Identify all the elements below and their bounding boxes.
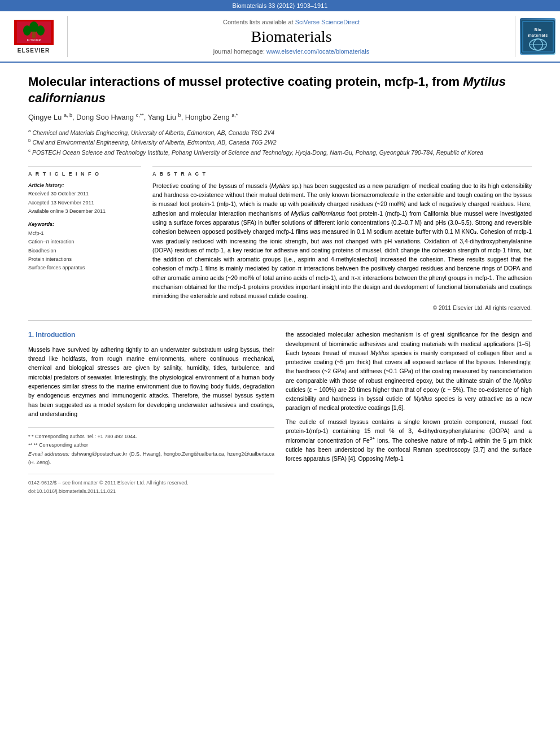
footnotes: * * Corresponding author. Tel.: +1 780 4… xyxy=(28,427,274,467)
elsevier-text: ELSEVIER xyxy=(18,47,50,54)
journal-title: Biomaterials xyxy=(251,28,331,46)
keywords-section: Keywords: Mcfp-1 Cation–π interaction Bi… xyxy=(28,221,141,272)
abstract-text: Protective coating of the byssus of muss… xyxy=(152,181,532,300)
journal-citation: Biomaterials 33 (2012) 1903–1911 xyxy=(233,2,328,9)
copyright: © 2011 Elsevier Ltd. All rights reserved… xyxy=(152,305,532,311)
svg-rect-4 xyxy=(32,32,36,38)
elsevier-logo: ELSEVIER ELSEVIER xyxy=(0,16,68,57)
body-left-column: 1. Introduction Mussels have survived by… xyxy=(28,330,274,495)
corresponding-author-2: ** ** Corresponding author xyxy=(28,441,274,449)
body-columns: 1. Introduction Mussels have survived by… xyxy=(28,330,532,495)
body-right-column: the associated molecular adhesion mechan… xyxy=(286,330,532,495)
accepted-date: Accepted 13 November 2011 xyxy=(28,199,141,207)
keyword-4: Protein interactions xyxy=(28,255,141,264)
keywords-list: Mcfp-1 Cation–π interaction Bioadhesion … xyxy=(28,229,141,272)
introduction-paragraph1: Mussels have survived by adhering tightl… xyxy=(28,345,274,418)
svg-text:materials: materials xyxy=(528,33,548,37)
journal-logo: Bio materials xyxy=(515,16,560,57)
right-paragraph2: The cuticle of mussel byssus contains a … xyxy=(286,417,532,464)
authors: Qingye Lu a, b, Dong Soo Hwang c,**, Yan… xyxy=(28,112,532,123)
article-info-panel: A R T I C L E I N F O Article history: R… xyxy=(28,166,141,311)
right-paragraph1: the associated molecular adhesion mechan… xyxy=(286,330,532,412)
introduction-heading: 1. Introduction xyxy=(28,330,274,340)
abstract-panel: A B S T R A C T Protective coating of th… xyxy=(152,166,532,311)
article-history: Article history: Received 30 October 201… xyxy=(28,181,141,216)
abstract-heading: A B S T R A C T xyxy=(152,171,532,177)
email-line: E-mail addresses: dshwang@postech.ac.kr … xyxy=(28,450,274,468)
keywords-label: Keywords: xyxy=(28,221,141,227)
affiliation-b: b Civil and Environmental Engineering, U… xyxy=(28,137,532,147)
elsevier-logo-box: ELSEVIER xyxy=(14,20,54,45)
svg-point-2 xyxy=(23,25,31,36)
svg-point-3 xyxy=(37,25,45,36)
journal-logo-box: Bio materials xyxy=(520,18,555,55)
svg-text:Bio: Bio xyxy=(534,28,541,32)
journal-header: ELSEVIER ELSEVIER Contents lists availab… xyxy=(0,11,560,63)
sciverse-link[interactable]: SciVerse ScienceDirect xyxy=(295,19,360,25)
corresponding-author-1: * * Corresponding author. Tel.: +1 780 4… xyxy=(28,433,274,441)
higher-text: higher xyxy=(373,386,390,393)
svg-text:ELSEVIER: ELSEVIER xyxy=(27,38,41,42)
affiliations: a Chemical and Materials Engineering, Un… xyxy=(28,128,532,157)
license-text: 0142-9612/$ – see front matter © 2011 El… xyxy=(28,479,189,495)
main-content: Molecular interactions of mussel protect… xyxy=(0,63,560,506)
history-label: Article history: xyxy=(28,181,141,190)
info-abstract-columns: A R T I C L E I N F O Article history: R… xyxy=(28,166,532,311)
keyword-5: Surface forces apparatus xyxy=(28,264,141,272)
journal-header-middle: Contents lists available at SciVerse Sci… xyxy=(68,16,515,57)
article-info-heading: A R T I C L E I N F O xyxy=(28,171,141,177)
bottom-license-bar: 0142-9612/$ – see front matter © 2011 El… xyxy=(28,474,274,495)
sciverse-line: Contents lists available at SciVerse Sci… xyxy=(223,19,360,25)
affiliation-a: a Chemical and Materials Engineering, Un… xyxy=(28,128,532,137)
homepage-link[interactable]: www.elsevier.com/locate/biomaterials xyxy=(266,48,369,55)
journal-citation-bar: Biomaterials 33 (2012) 1903–1911 xyxy=(0,0,560,11)
affiliation-c: c POSTECH Ocean Science and Technology I… xyxy=(28,147,532,157)
article-title: Molecular interactions of mussel protect… xyxy=(28,74,532,106)
journal-homepage: journal homepage: www.elsevier.com/locat… xyxy=(213,48,369,55)
available-date: Available online 3 December 2011 xyxy=(28,207,141,216)
received-date: Received 30 October 2011 xyxy=(28,190,141,198)
keyword-2: Cation–π interaction xyxy=(28,238,141,246)
keyword-1: Mcfp-1 xyxy=(28,229,141,238)
section-divider xyxy=(28,320,532,321)
keyword-3: Bioadhesion xyxy=(28,247,141,255)
